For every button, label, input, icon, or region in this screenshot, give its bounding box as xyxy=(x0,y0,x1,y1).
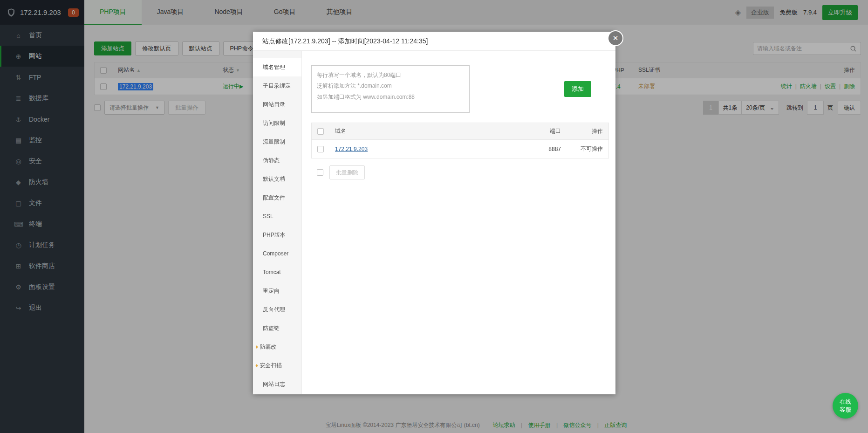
domain-port-value: 8887 xyxy=(535,146,567,152)
tab-rewrite[interactable]: 伪静态 xyxy=(253,151,301,170)
col-domain: 域名 xyxy=(335,127,535,135)
tab-config-file[interactable]: 配置文件 xyxy=(253,188,301,207)
tab-access-limit[interactable]: 访问限制 xyxy=(253,114,301,132)
online-support-button[interactable]: 在线 客服 xyxy=(833,393,858,419)
domain-table: 域名 端口 操作 172.21.9.203 8887 不可操作 批量删除 xyxy=(311,123,609,179)
tab-ssl[interactable]: SSL xyxy=(253,207,301,226)
site-modify-dialog: ✕ 站点修改[172.21.9.203] -- 添加时间[2023-04-12 … xyxy=(253,32,615,394)
tab-hotlink-protect[interactable]: 防盗链 xyxy=(253,319,301,337)
domain-table-row: 172.21.9.203 8887 不可操作 xyxy=(311,140,609,158)
domain-manage-panel: 添加 域名 端口 操作 172.21.9.203 8887 不可操作 批量删 xyxy=(302,51,615,394)
site-settings-tab-list: 域名管理 子目录绑定 网站目录 访问限制 流量限制 伪静态 默认文档 配置文件 … xyxy=(253,51,302,394)
tab-subdir-binding[interactable]: 子目录绑定 xyxy=(253,76,301,95)
tab-site-log[interactable]: 网站日志 xyxy=(253,375,301,393)
domain-link[interactable]: 172.21.9.203 xyxy=(335,146,368,152)
domain-batch-checkbox[interactable] xyxy=(317,169,323,176)
pro-diamond-icon: ♦ xyxy=(255,362,258,369)
tab-reverse-proxy[interactable]: 反向代理 xyxy=(253,300,301,319)
tab-tamper-proof[interactable]: ♦防篡改 xyxy=(253,337,301,356)
tab-tomcat[interactable]: Tomcat xyxy=(253,263,301,282)
tab-redirect[interactable]: 重定向 xyxy=(253,282,301,300)
batch-delete-button[interactable]: 批量删除 xyxy=(329,165,365,179)
tab-default-doc[interactable]: 默认文档 xyxy=(253,170,301,188)
add-domain-button[interactable]: 添加 xyxy=(564,81,591,97)
tab-php-version[interactable]: PHP版本 xyxy=(253,226,301,244)
domain-row-checkbox[interactable] xyxy=(317,146,324,152)
col-port: 端口 xyxy=(535,127,567,135)
col-action: 操作 xyxy=(567,127,603,135)
tab-composer[interactable]: Composer xyxy=(253,244,301,263)
dialog-title: 站点修改[172.21.9.203] -- 添加时间[2023-04-12 11… xyxy=(253,32,615,51)
tab-traffic-limit[interactable]: 流量限制 xyxy=(253,132,301,151)
tab-site-directory[interactable]: 网站目录 xyxy=(253,95,301,114)
domain-input-textarea[interactable] xyxy=(311,65,470,113)
domain-select-all-checkbox[interactable] xyxy=(317,128,324,135)
tab-security-scan[interactable]: ♦安全扫描 xyxy=(253,356,301,375)
domain-table-header: 域名 端口 操作 xyxy=(311,123,609,140)
tab-domain-manage[interactable]: 域名管理 xyxy=(253,58,301,76)
domain-action-value: 不可操作 xyxy=(567,145,603,153)
pro-diamond-icon: ♦ xyxy=(255,344,258,350)
close-icon[interactable]: ✕ xyxy=(608,30,623,46)
